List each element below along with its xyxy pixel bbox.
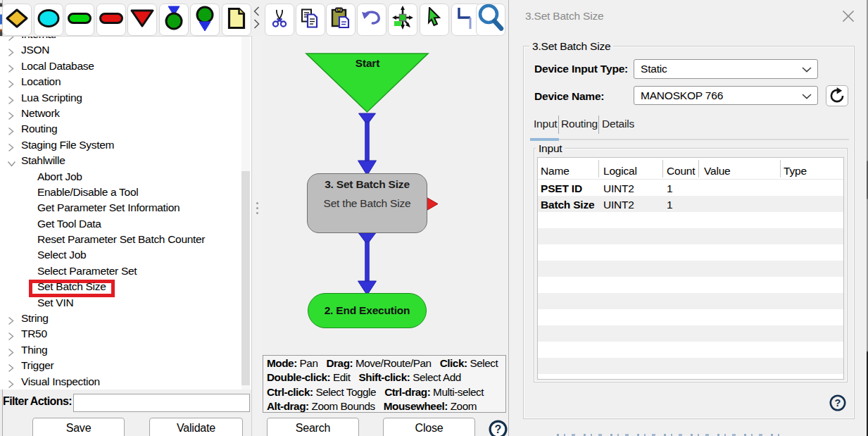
close-icon[interactable]: [842, 10, 855, 23]
tree-item-get-parameter-set-information[interactable]: Get Parameter Set Information: [0, 200, 241, 216]
table-row-batch-size[interactable]: Batch SizeUINT21: [538, 196, 843, 212]
column-header-value[interactable]: Value: [704, 165, 731, 177]
zoom-button[interactable]: [476, 4, 505, 36]
filter-actions-label: Filter Actions:: [3, 395, 72, 408]
chevron-right-icon[interactable]: [7, 346, 15, 355]
table-row-empty[interactable]: [538, 309, 843, 325]
chevron-right-icon[interactable]: [7, 62, 15, 71]
palette-button-5[interactable]: [127, 4, 157, 36]
chevron-right-icon[interactable]: [7, 314, 15, 323]
select-cursor-button[interactable]: [420, 4, 449, 36]
chevron-right-icon[interactable]: [7, 77, 15, 87]
auto-route-button[interactable]: [388, 4, 417, 36]
column-header-count[interactable]: Count: [667, 165, 695, 177]
tree-item-string[interactable]: String: [0, 311, 241, 326]
save-button[interactable]: Save: [32, 418, 125, 436]
chevron-right-icon[interactable]: [7, 330, 15, 339]
tab-routing[interactable]: Routing: [561, 116, 598, 134]
chevron-right-icon[interactable]: [7, 361, 15, 370]
close-button[interactable]: Close: [383, 418, 475, 436]
table-row-empty[interactable]: [538, 261, 843, 277]
column-header-name[interactable]: Name: [541, 165, 570, 177]
tree-item-network[interactable]: Network: [0, 106, 241, 121]
cut-icon: [270, 8, 289, 32]
table-row-empty[interactable]: [538, 228, 843, 244]
tab-details[interactable]: Details: [602, 116, 634, 134]
column-header-logical[interactable]: Logical: [603, 165, 637, 177]
tree-item-stahlwille[interactable]: Stahlwille: [0, 153, 241, 168]
column-header-type[interactable]: Type: [784, 165, 807, 177]
flow-canvas[interactable]: Start 3. Set Batch Size Set the Batch Si…: [263, 36, 508, 436]
search-button[interactable]: Search: [267, 418, 359, 436]
chevron-right-icon[interactable]: [7, 109, 15, 118]
table-row-empty[interactable]: [538, 244, 843, 261]
palette-button-3[interactable]: [65, 4, 94, 36]
tree-item-internal[interactable]: Internal: [0, 36, 241, 42]
tree-item-label: String: [21, 311, 49, 326]
table-row-empty[interactable]: [538, 374, 843, 380]
table-row-empty[interactable]: [538, 342, 843, 358]
tree-item-get-tool-data[interactable]: Get Tool Data: [0, 216, 241, 232]
legend-line-2: Double-click: EditShift-click: Select Ad…: [267, 370, 505, 385]
tree-item-tr50[interactable]: TR50: [0, 326, 241, 342]
tree-scrollbar[interactable]: [241, 37, 250, 390]
tree-item-lua-scripting[interactable]: Lua Scripting: [0, 90, 241, 106]
chevron-right-icon[interactable]: [7, 125, 15, 134]
chevron-right-icon[interactable]: [7, 36, 15, 39]
tree-item-abort-job[interactable]: Abort Job: [0, 169, 241, 185]
refresh-device-list-button[interactable]: [826, 85, 848, 106]
panel-help-icon[interactable]: ?: [829, 394, 846, 411]
tree-item-routing[interactable]: Routing: [0, 121, 241, 137]
device-name-select[interactable]: MANOSKOP 766: [634, 86, 818, 105]
device-input-type-select[interactable]: Static: [634, 59, 818, 79]
tree-item-location[interactable]: Location: [0, 74, 241, 89]
chevron-right-icon[interactable]: [7, 141, 15, 150]
paste-button[interactable]: [326, 4, 356, 36]
cut-button[interactable]: [265, 4, 294, 36]
canvas-help-icon[interactable]: ?: [489, 420, 508, 436]
copy-button[interactable]: [296, 4, 325, 36]
tree-item-enable-disable-a-tool[interactable]: Enable/Disable a Tool: [0, 185, 241, 200]
palette-button-2[interactable]: [34, 4, 63, 36]
tree-item-select-parameter-set[interactable]: Select Parameter Set: [0, 263, 241, 279]
tree-item-label: Set VIN: [37, 295, 73, 311]
tree-item-thing[interactable]: Thing: [0, 342, 241, 358]
chevron-right-icon[interactable]: [7, 378, 15, 387]
table-row-pset-id[interactable]: PSET IDUINT21: [538, 180, 843, 196]
tree-item-local-database[interactable]: Local Database: [0, 58, 241, 74]
chevron-right-icon[interactable]: [251, 18, 261, 30]
chevron-left-icon[interactable]: [251, 6, 261, 17]
end-execution-node[interactable]: 2. End Execution: [308, 293, 427, 328]
table-row-empty[interactable]: [538, 358, 843, 374]
undo-button[interactable]: [357, 4, 386, 36]
tree-item-visual-inspection[interactable]: Visual Inspection: [0, 374, 241, 390]
actions-tree-panel: InternalJSONLocal DatabaseLocationLua Sc…: [0, 36, 251, 390]
tree-item-label: Trigger: [21, 358, 54, 373]
palette-button-6[interactable]: [159, 4, 189, 36]
table-row-empty[interactable]: [538, 212, 843, 228]
tree-item-reset-parameter-set-batch-counter[interactable]: Reset Parameter Set Batch Counter: [0, 232, 241, 247]
validate-button[interactable]: Validate: [149, 418, 243, 436]
palette-button-7[interactable]: [190, 4, 220, 36]
filter-actions-input[interactable]: [73, 394, 250, 412]
undo-icon: [360, 9, 383, 30]
tree-item-staging-file-system[interactable]: Staging File System: [0, 137, 241, 153]
tree-item-select-job[interactable]: Select Job: [0, 247, 241, 263]
table-row-empty[interactable]: [538, 277, 843, 293]
chevron-right-icon[interactable]: [7, 94, 15, 103]
palette-button-4[interactable]: [96, 4, 126, 36]
action-node-set-batch-size[interactable]: 3. Set Batch Size Set the Batch Size: [307, 173, 427, 233]
palette-button-1[interactable]: [2, 4, 32, 36]
palette-button-8[interactable]: [222, 4, 251, 36]
table-row-empty[interactable]: [538, 325, 843, 342]
tree-scrollbar-thumb[interactable]: [241, 171, 250, 385]
table-row-empty[interactable]: [538, 293, 843, 309]
tree-item-json[interactable]: JSON: [0, 42, 241, 58]
tree-item-trigger[interactable]: Trigger: [0, 358, 241, 373]
tab-input[interactable]: Input: [534, 116, 557, 134]
tree-item-set-batch-size[interactable]: Set Batch Size: [0, 279, 241, 294]
panel-splitter[interactable]: [251, 36, 263, 436]
chevron-down-icon[interactable]: [7, 156, 15, 166]
chevron-right-icon[interactable]: [7, 46, 15, 55]
tree-item-set-vin[interactable]: Set VIN: [0, 295, 241, 311]
